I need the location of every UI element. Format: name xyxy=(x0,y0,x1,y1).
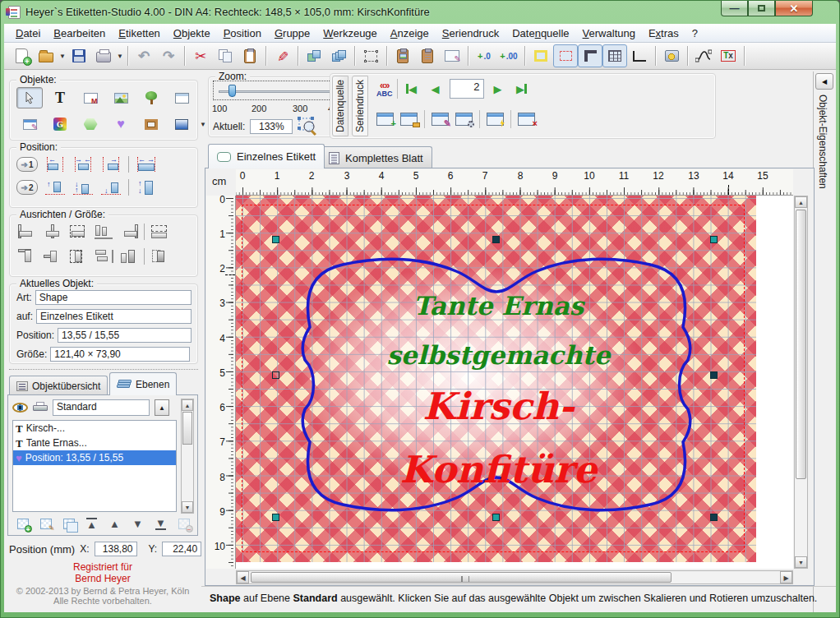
edit-datasource-button[interactable]: ✎ xyxy=(432,113,449,126)
print-button[interactable] xyxy=(91,44,116,67)
distribute-v-button[interactable] xyxy=(93,248,114,265)
menu-verwaltung[interactable]: Verwaltung xyxy=(576,25,642,42)
position-preset-1-button[interactable]: ➔1 xyxy=(16,157,38,172)
memo-tool-button[interactable]: M xyxy=(77,87,104,108)
canvas-hscrollbar[interactable]: ◀ ▶ xyxy=(236,570,793,584)
copy-button[interactable] xyxy=(213,44,238,67)
refresh-datasource-button[interactable] xyxy=(487,113,504,126)
tab-seriendruck[interactable]: Seriendruck xyxy=(352,76,368,136)
layer-list-scrollbar[interactable]: ▲ ▼ xyxy=(181,399,194,514)
layer-name-input[interactable]: Standard xyxy=(53,399,150,416)
align-bottom-edge-button[interactable]: ↓ xyxy=(100,179,122,196)
open-datasource-button[interactable] xyxy=(400,113,418,126)
selection-handle[interactable] xyxy=(492,236,500,243)
shape-tool-button[interactable]: ♥ xyxy=(108,113,134,135)
layer-print-icon[interactable] xyxy=(33,402,48,413)
form-tool-button[interactable]: ✎ xyxy=(16,113,43,135)
tab-datenquelle[interactable]: Datenquelle xyxy=(332,76,348,136)
fill-tool-button[interactable] xyxy=(168,113,195,135)
zoom-selection-icon[interactable] xyxy=(298,117,319,136)
show-axes-button[interactable] xyxy=(627,44,652,67)
duplicate-button[interactable] xyxy=(326,44,351,67)
show-grid-button[interactable] xyxy=(602,44,627,67)
open-button[interactable] xyxy=(34,44,58,67)
image-tool-button[interactable] xyxy=(108,87,134,108)
minimize-button[interactable]: — xyxy=(721,1,748,16)
menu-seriendruck[interactable]: Seriendruck xyxy=(436,25,505,42)
align-objects-top-button[interactable] xyxy=(16,248,38,265)
record-number-field[interactable]: 2 xyxy=(450,79,484,99)
position-preset-2-button[interactable]: ➔2 xyxy=(16,180,38,195)
move-layer-down-button[interactable]: ▼ xyxy=(127,515,148,533)
stretch-v-button[interactable]: ↑↓ xyxy=(136,179,157,196)
edit-note-button[interactable]: ✎ xyxy=(440,44,464,67)
canvas-scroll-left-button[interactable]: ◀ xyxy=(237,571,249,583)
same-height-button[interactable] xyxy=(118,248,140,265)
new-document-button[interactable]: + xyxy=(9,44,34,67)
menu-help[interactable]: ? xyxy=(685,25,704,42)
duplicate-layer-button[interactable] xyxy=(58,515,79,533)
add-layer-button[interactable]: + xyxy=(12,515,33,533)
align-objects-center-button[interactable] xyxy=(42,224,63,240)
distribute-h-button[interactable] xyxy=(93,224,114,240)
align-objects-center-dashed-button[interactable] xyxy=(67,224,89,240)
datasource-settings-button[interactable] xyxy=(455,113,473,126)
mailmerge-preview-button[interactable]: «» ABC xyxy=(376,81,393,98)
menu-position[interactable]: Position xyxy=(217,25,268,42)
edit-layer-button[interactable]: ✎ xyxy=(35,515,56,533)
decimal-one-button[interactable]: +.0 xyxy=(472,44,496,67)
show-label-border-button[interactable] xyxy=(553,44,578,67)
default-save-button[interactable] xyxy=(659,44,684,67)
clipart-tool-button[interactable] xyxy=(138,87,164,108)
align-top-edge-button[interactable]: ↑ xyxy=(44,179,66,196)
align-left-edge-button[interactable]: ← xyxy=(44,156,66,173)
show-ruler-button[interactable] xyxy=(578,44,602,67)
selection-handle[interactable] xyxy=(492,514,500,521)
text-tool-button[interactable]: T xyxy=(47,87,73,108)
new-datasource-button[interactable]: + xyxy=(376,113,394,126)
format-painter-button[interactable]: ✎ xyxy=(270,44,294,67)
canvas-hscroll-thumb[interactable] xyxy=(251,572,672,583)
cut-button[interactable]: ✂ xyxy=(188,44,213,67)
decimal-two-button[interactable]: +.00 xyxy=(496,44,521,67)
curve-tool-button[interactable] xyxy=(691,44,716,67)
maximize-button[interactable] xyxy=(748,1,775,16)
paste-image-button[interactable] xyxy=(390,44,415,67)
polygon-tool-button[interactable] xyxy=(77,113,104,135)
selection-handle[interactable] xyxy=(710,371,718,379)
panel-splitter[interactable] xyxy=(9,369,198,370)
menu-anzeige[interactable]: Anzeige xyxy=(384,25,436,42)
open-dropdown[interactable]: ▼ xyxy=(58,53,67,60)
tab-ebenen[interactable]: Ebenen xyxy=(109,372,177,395)
paste-button[interactable] xyxy=(238,44,262,67)
layer-visible-eye-icon[interactable] xyxy=(12,403,28,413)
paste-form-button[interactable] xyxy=(415,44,440,67)
tab-komplettes-blatt[interactable]: Komplettes Blatt xyxy=(320,146,432,168)
menu-gruppe[interactable]: Gruppe xyxy=(268,25,316,42)
tab-objektuebersicht[interactable]: Objektübersicht xyxy=(9,376,108,395)
menu-datei[interactable]: Datei xyxy=(9,25,47,42)
zoom-slider-thumb[interactable] xyxy=(228,85,236,97)
frame-tool-button[interactable] xyxy=(138,113,164,135)
undo-button[interactable]: ↶ xyxy=(132,44,156,67)
fill-dropdown[interactable]: ▼ xyxy=(199,121,207,128)
expand-properties-button[interactable]: ◀ xyxy=(815,73,833,90)
redo-button[interactable]: ↷ xyxy=(156,44,181,67)
close-button[interactable]: ✕ xyxy=(775,1,813,16)
menu-datenquelle[interactable]: Datenquelle xyxy=(505,25,575,42)
delete-layer-button[interactable]: − xyxy=(173,515,194,533)
canvas-viewport[interactable]: Tante Ernas selbstgemachte Kirsch- Konfi… xyxy=(236,196,793,569)
menu-werkzeuge[interactable]: Werkzeuge xyxy=(316,25,384,42)
transform-button[interactable] xyxy=(358,44,383,67)
background-color-button[interactable] xyxy=(528,44,553,67)
align-right-edge-button[interactable]: → xyxy=(100,156,122,173)
same-width-button[interactable] xyxy=(149,224,170,240)
move-layer-bottom-button[interactable]: ▼ xyxy=(150,515,171,533)
selection-handle[interactable] xyxy=(272,514,279,521)
zoom-slider[interactable] xyxy=(213,81,338,100)
last-record-button[interactable]: ▶ xyxy=(512,80,532,98)
align-middle-v-button[interactable]: ↓↑ xyxy=(72,179,94,196)
canvas-scroll-down-button[interactable]: ▼ xyxy=(795,556,807,568)
canvas-vscrollbar[interactable]: ▲ ▼ xyxy=(794,196,808,569)
wordart-tool-button[interactable]: G xyxy=(47,113,73,135)
